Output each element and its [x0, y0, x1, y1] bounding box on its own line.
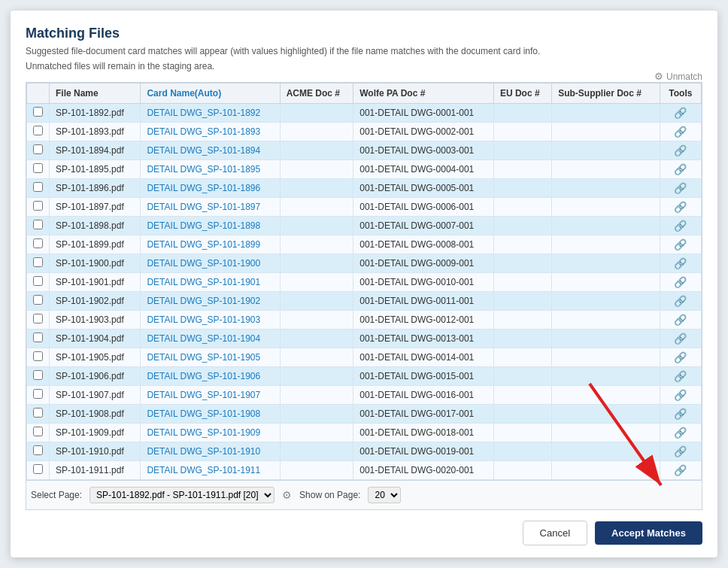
row-cardname[interactable]: DETAIL DWG_SP-101-1901 [141, 273, 280, 292]
row-tools[interactable]: 🔗 [660, 367, 701, 386]
unlink-icon[interactable]: 🔗 [674, 333, 687, 345]
row-checkbox[interactable] [27, 254, 50, 273]
row-cardname[interactable]: DETAIL DWG_SP-101-1904 [141, 330, 280, 348]
row-cardname[interactable]: DETAIL DWG_SP-101-1897 [141, 198, 280, 217]
cardname-link[interactable]: DETAIL DWG_SP-101-1904 [147, 333, 260, 344]
row-checkbox[interactable] [27, 424, 50, 442]
row-cardname[interactable]: DETAIL DWG_SP-101-1910 [141, 442, 280, 461]
row-cardname[interactable]: DETAIL DWG_SP-101-1899 [141, 235, 280, 254]
row-checkbox[interactable] [27, 461, 50, 480]
row-tools[interactable]: 🔗 [660, 254, 701, 273]
row-cardname[interactable]: DETAIL DWG_SP-101-1898 [141, 217, 280, 235]
row-checkbox[interactable] [27, 235, 50, 254]
row-cardname[interactable]: DETAIL DWG_SP-101-1896 [141, 179, 280, 198]
row-tools[interactable]: 🔗 [660, 386, 701, 405]
cardname-link[interactable]: DETAIL DWG_SP-101-1893 [147, 126, 260, 137]
unlink-icon[interactable]: 🔗 [674, 351, 687, 363]
row-checkbox[interactable] [27, 160, 50, 179]
row-checkbox-input[interactable] [33, 276, 43, 286]
cardname-link[interactable]: DETAIL DWG_SP-101-1894 [147, 145, 260, 156]
row-tools[interactable]: 🔗 [660, 160, 701, 179]
row-checkbox-input[interactable] [33, 314, 43, 323]
unlink-icon[interactable]: 🔗 [674, 201, 687, 213]
row-tools[interactable]: 🔗 [660, 292, 701, 311]
cardname-link[interactable]: DETAIL DWG_SP-101-1903 [147, 314, 260, 325]
cardname-link[interactable]: DETAIL DWG_SP-101-1908 [147, 409, 260, 419]
unmatch-button[interactable]: ⚙ Unmatch [654, 71, 702, 82]
row-checkbox[interactable] [27, 217, 50, 235]
unlink-icon[interactable]: 🔗 [674, 445, 687, 457]
cardname-link[interactable]: DETAIL DWG_SP-101-1896 [147, 183, 260, 193]
row-checkbox-input[interactable] [33, 126, 43, 135]
row-checkbox-input[interactable] [33, 295, 43, 305]
row-cardname[interactable]: DETAIL DWG_SP-101-1894 [141, 141, 280, 160]
cardname-link[interactable]: DETAIL DWG_SP-101-1900 [147, 258, 260, 269]
row-tools[interactable]: 🔗 [660, 123, 701, 141]
row-tools[interactable]: 🔗 [660, 104, 701, 123]
row-cardname[interactable]: DETAIL DWG_SP-101-1902 [141, 292, 280, 311]
row-tools[interactable]: 🔗 [660, 179, 701, 198]
row-tools[interactable]: 🔗 [660, 235, 701, 254]
row-checkbox[interactable] [27, 198, 50, 217]
row-tools[interactable]: 🔗 [660, 330, 701, 348]
unlink-icon[interactable]: 🔗 [674, 144, 687, 156]
row-cardname[interactable]: DETAIL DWG_SP-101-1909 [141, 424, 280, 442]
row-tools[interactable]: 🔗 [660, 217, 701, 235]
cardname-link[interactable]: DETAIL DWG_SP-101-1906 [147, 371, 260, 381]
row-tools[interactable]: 🔗 [660, 311, 701, 330]
cardname-link[interactable]: DETAIL DWG_SP-101-1899 [147, 239, 260, 250]
row-checkbox-input[interactable] [33, 464, 43, 474]
row-cardname[interactable]: DETAIL DWG_SP-101-1907 [141, 386, 280, 405]
unlink-icon[interactable]: 🔗 [674, 238, 687, 251]
row-checkbox-input[interactable] [33, 144, 43, 154]
row-checkbox-input[interactable] [33, 163, 43, 173]
row-tools[interactable]: 🔗 [660, 273, 701, 292]
row-tools[interactable]: 🔗 [660, 405, 701, 424]
row-checkbox-input[interactable] [33, 257, 43, 267]
row-checkbox[interactable] [27, 141, 50, 160]
row-cardname[interactable]: DETAIL DWG_SP-101-1908 [141, 405, 280, 424]
row-tools[interactable]: 🔗 [660, 461, 701, 480]
unlink-icon[interactable]: 🔗 [674, 126, 687, 138]
cardname-link[interactable]: DETAIL DWG_SP-101-1895 [147, 164, 260, 175]
unlink-icon[interactable]: 🔗 [674, 276, 687, 288]
unlink-icon[interactable]: 🔗 [674, 370, 687, 382]
row-checkbox[interactable] [27, 123, 50, 141]
row-cardname[interactable]: DETAIL DWG_SP-101-1911 [141, 461, 280, 480]
row-tools[interactable]: 🔗 [660, 141, 701, 160]
row-cardname[interactable]: DETAIL DWG_SP-101-1906 [141, 367, 280, 386]
cardname-link[interactable]: DETAIL DWG_SP-101-1911 [147, 465, 260, 475]
row-tools[interactable]: 🔗 [660, 198, 701, 217]
settings-icon[interactable]: ⚙ [282, 489, 292, 501]
unlink-icon[interactable]: 🔗 [674, 427, 687, 439]
unlink-icon[interactable]: 🔗 [674, 314, 687, 326]
row-tools[interactable]: 🔗 [660, 442, 701, 461]
row-checkbox-input[interactable] [33, 220, 43, 229]
row-cardname[interactable]: DETAIL DWG_SP-101-1903 [141, 311, 280, 330]
cardname-link[interactable]: DETAIL DWG_SP-101-1902 [147, 296, 260, 306]
cardname-link[interactable]: DETAIL DWG_SP-101-1901 [147, 277, 260, 287]
row-checkbox-input[interactable] [33, 333, 43, 342]
row-checkbox-input[interactable] [33, 445, 43, 455]
unlink-icon[interactable]: 🔗 [674, 408, 687, 420]
row-tools[interactable]: 🔗 [660, 424, 701, 442]
row-checkbox[interactable] [27, 405, 50, 424]
unlink-icon[interactable]: 🔗 [674, 257, 687, 269]
row-tools[interactable]: 🔗 [660, 348, 701, 367]
row-checkbox[interactable] [27, 330, 50, 348]
row-checkbox[interactable] [27, 104, 50, 123]
row-checkbox[interactable] [27, 442, 50, 461]
cardname-link[interactable]: DETAIL DWG_SP-101-1907 [147, 390, 260, 400]
row-checkbox-input[interactable] [33, 370, 43, 380]
unlink-icon[interactable]: 🔗 [674, 295, 687, 307]
show-select[interactable]: 20 [368, 487, 401, 503]
row-checkbox-input[interactable] [33, 351, 43, 361]
row-checkbox-input[interactable] [33, 182, 43, 192]
row-checkbox[interactable] [27, 367, 50, 386]
cardname-link[interactable]: DETAIL DWG_SP-101-1909 [147, 427, 260, 438]
unlink-icon[interactable]: 🔗 [674, 389, 687, 401]
row-checkbox[interactable] [27, 179, 50, 198]
row-checkbox[interactable] [27, 311, 50, 330]
cardname-link[interactable]: DETAIL DWG_SP-101-1897 [147, 202, 260, 212]
unlink-icon[interactable]: 🔗 [674, 163, 687, 175]
